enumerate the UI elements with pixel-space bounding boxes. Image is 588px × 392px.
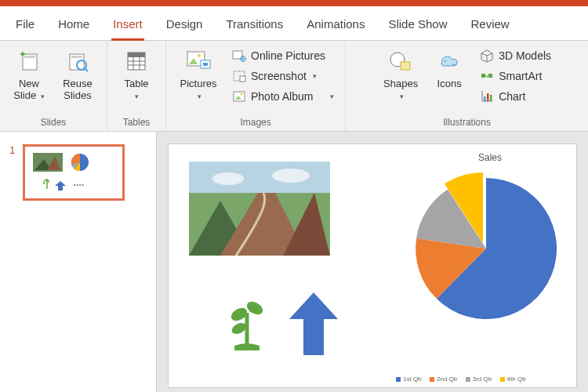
screenshot-icon bbox=[232, 69, 246, 83]
svg-rect-24 bbox=[240, 76, 245, 82]
reuse-slides-label: ReuseSlides bbox=[63, 78, 93, 102]
3d-models-label: 3D Models bbox=[499, 49, 551, 62]
legend-label: 3rd Qtr bbox=[473, 376, 492, 383]
legend-item: 1st Qtr bbox=[396, 376, 422, 383]
legend-swatch bbox=[430, 377, 434, 382]
chevron-down-icon: ▾ bbox=[135, 93, 139, 100]
smartart-button[interactable]: SmartArt bbox=[477, 67, 554, 85]
legend-label: 1st Qtr bbox=[403, 376, 422, 383]
chart-icon bbox=[480, 89, 494, 103]
online-pictures-icon bbox=[232, 49, 246, 63]
3d-models-button[interactable]: 3D Models bbox=[477, 47, 554, 64]
slide-canvas[interactable]: Sales 1st Qtr 2nd Qtr 3rd Qtr bbox=[169, 144, 576, 387]
legend-item: 3rd Qtr bbox=[466, 376, 492, 383]
shapes-label: Shapes▾ bbox=[383, 78, 418, 102]
svg-rect-5 bbox=[71, 56, 82, 58]
table-label: Table▾ bbox=[124, 78, 148, 102]
svg-rect-29 bbox=[401, 62, 410, 70]
group-images-label: Images bbox=[174, 115, 337, 131]
inserted-icon-plant[interactable] bbox=[223, 297, 270, 352]
svg-rect-25 bbox=[234, 92, 245, 101]
new-slide-button[interactable]: NewSlide ▾ bbox=[8, 45, 50, 102]
new-slide-label: NewSlide ▾ bbox=[13, 78, 45, 102]
svg-rect-18 bbox=[203, 63, 208, 66]
svg-line-7 bbox=[85, 68, 88, 71]
table-icon bbox=[122, 47, 151, 75]
svg-marker-45 bbox=[55, 181, 66, 191]
inserted-picture[interactable] bbox=[189, 162, 330, 256]
group-illustrations: Shapes▾ Icons 3D Models bbox=[346, 41, 588, 131]
icons-button[interactable]: Icons bbox=[428, 45, 470, 90]
chevron-down-icon: ▾ bbox=[400, 93, 404, 100]
legend-label: 2nd Qtr bbox=[437, 376, 458, 383]
svg-point-53 bbox=[272, 169, 310, 183]
legend-item: 2nd Qtr bbox=[430, 376, 458, 383]
group-tables: Table▾ Tables bbox=[107, 41, 166, 131]
reuse-slides-icon bbox=[64, 47, 92, 75]
icons-label: Icons bbox=[437, 78, 462, 90]
svg-rect-39 bbox=[487, 93, 489, 101]
thumbnail-number: 1 bbox=[9, 144, 15, 156]
svg-rect-1 bbox=[24, 56, 35, 58]
screenshot-button[interactable]: Screenshot ▾ bbox=[229, 67, 337, 85]
chart-button[interactable]: Chart bbox=[477, 88, 554, 105]
tab-transitions[interactable]: Transitions bbox=[224, 13, 285, 40]
svg-point-52 bbox=[212, 172, 244, 185]
legend-swatch bbox=[396, 377, 401, 382]
screenshot-label: Screenshot bbox=[251, 70, 307, 82]
shapes-button[interactable]: Shapes▾ bbox=[379, 45, 422, 102]
group-illustrations-label: Illustrations bbox=[354, 115, 580, 131]
tab-animations[interactable]: Animations bbox=[305, 13, 366, 40]
svg-rect-40 bbox=[490, 95, 492, 101]
new-slide-icon bbox=[15, 47, 43, 75]
group-images: Pictures▾ Online Pictures Screenshot ▾ bbox=[166, 41, 346, 131]
tab-review[interactable]: Review bbox=[469, 13, 510, 40]
group-tables-label: Tables bbox=[115, 115, 158, 131]
tab-slideshow[interactable]: Slide Show bbox=[387, 13, 448, 40]
thumbnail-slide-1[interactable]: ■ ■ ■ ■ bbox=[23, 144, 125, 201]
ribbon-tabs: File Home Insert Design Transitions Anim… bbox=[0, 6, 588, 41]
photo-album-button[interactable]: Photo Album ▾ bbox=[229, 88, 337, 105]
svg-marker-58 bbox=[289, 292, 338, 355]
svg-rect-34 bbox=[488, 74, 492, 78]
thumbnail-row[interactable]: 1 ■ ■ ■ ■ bbox=[9, 144, 147, 201]
photo-album-icon bbox=[232, 89, 246, 103]
inserted-shape-arrow[interactable] bbox=[286, 289, 341, 360]
chart-title[interactable]: Sales bbox=[435, 152, 545, 163]
group-slides: NewSlide ▾ ReuseSlides Slides bbox=[0, 41, 107, 131]
pictures-button[interactable]: Pictures▾ bbox=[174, 45, 223, 102]
ribbon: NewSlide ▾ ReuseSlides Slides bbox=[0, 41, 588, 132]
tab-insert[interactable]: Insert bbox=[111, 13, 144, 41]
table-button[interactable]: Table▾ bbox=[115, 45, 158, 102]
chevron-down-icon: ▾ bbox=[330, 93, 334, 100]
legend-swatch bbox=[466, 377, 470, 382]
tab-file[interactable]: File bbox=[14, 13, 36, 40]
icons-icon bbox=[435, 47, 463, 75]
online-pictures-button[interactable]: Online Pictures bbox=[229, 47, 337, 64]
reuse-slides-button[interactable]: ReuseSlides bbox=[56, 45, 99, 102]
pictures-icon bbox=[184, 47, 212, 75]
svg-point-30 bbox=[445, 60, 446, 62]
smartart-label: SmartArt bbox=[499, 70, 542, 82]
chart-label: Chart bbox=[499, 90, 525, 103]
pictures-label: Pictures▾ bbox=[180, 78, 217, 102]
online-pictures-label: Online Pictures bbox=[251, 49, 325, 62]
smartart-icon bbox=[480, 69, 494, 83]
workspace: 1 ■ ■ ■ ■ bbox=[0, 132, 588, 392]
legend-label: 4th Qtr bbox=[507, 376, 526, 383]
svg-text:■ ■ ■ ■: ■ ■ ■ ■ bbox=[74, 183, 85, 187]
tab-home[interactable]: Home bbox=[56, 13, 91, 40]
svg-rect-33 bbox=[481, 74, 485, 78]
tab-design[interactable]: Design bbox=[165, 13, 205, 40]
slide-editor[interactable]: Sales 1st Qtr 2nd Qtr 3rd Qtr bbox=[157, 132, 588, 392]
thumbnail-preview: ■ ■ ■ ■ bbox=[25, 147, 125, 201]
svg-rect-9 bbox=[128, 53, 145, 57]
chart-legend: 1st Qtr 2nd Qtr 3rd Qtr 4th Qtr bbox=[396, 376, 526, 383]
chevron-down-icon: ▾ bbox=[313, 72, 317, 80]
chevron-down-icon: ▾ bbox=[198, 93, 201, 100]
inserted-chart-pie[interactable] bbox=[404, 166, 568, 331]
shapes-icon bbox=[387, 47, 415, 75]
legend-swatch bbox=[500, 377, 505, 382]
chevron-down-icon: ▾ bbox=[41, 93, 45, 100]
cube-icon bbox=[480, 49, 494, 63]
